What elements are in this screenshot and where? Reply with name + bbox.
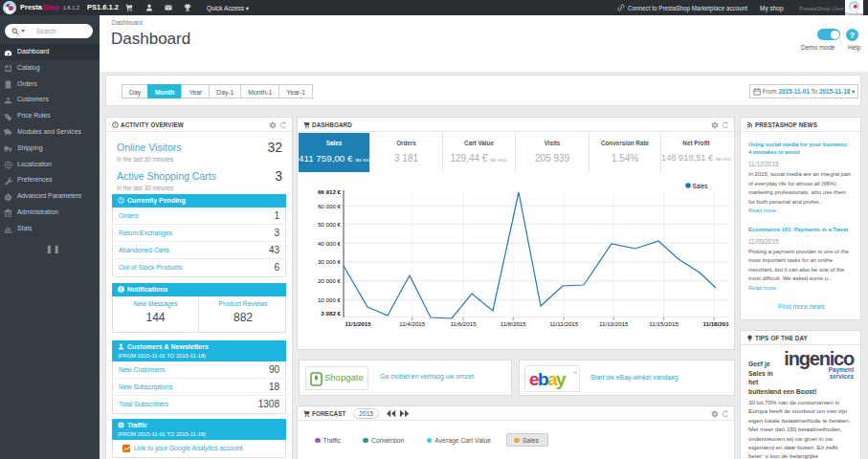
svg-text:Sales: Sales	[693, 183, 708, 189]
svg-text:11/18/201: 11/18/201	[702, 320, 729, 327]
svg-text:3 082 €: 3 082 €	[321, 310, 341, 317]
svg-text:?: ?	[850, 31, 856, 40]
svg-text:30 000 €: 30 000 €	[318, 258, 342, 265]
svg-text:PrestaShop: PrestaShop	[845, 12, 863, 16]
svg-text:11/13/2015: 11/13/2015	[599, 320, 629, 327]
svg-text:60 000 €: 60 000 €	[318, 203, 342, 209]
svg-text:11/6/2015: 11/6/2015	[451, 320, 478, 327]
svg-text:66 912 €: 66 912 €	[318, 188, 342, 195]
svg-text:11/4/2015: 11/4/2015	[399, 320, 426, 327]
svg-text:20 000 €: 20 000 €	[318, 277, 342, 284]
svg-text:11/15/2015: 11/15/2015	[649, 320, 679, 327]
svg-text:ebay: ebay	[529, 369, 567, 389]
svg-text:11/1/2015: 11/1/2015	[345, 320, 371, 327]
svg-text:11/8/2015: 11/8/2015	[501, 320, 527, 327]
svg-text:40 000 €: 40 000 €	[318, 240, 342, 247]
svg-text:10 000 €: 10 000 €	[318, 296, 342, 303]
svg-text:11/11/2015: 11/11/2015	[549, 320, 579, 327]
svg-text:50 000 €: 50 000 €	[318, 221, 342, 228]
svg-text:™: ™	[572, 370, 577, 376]
